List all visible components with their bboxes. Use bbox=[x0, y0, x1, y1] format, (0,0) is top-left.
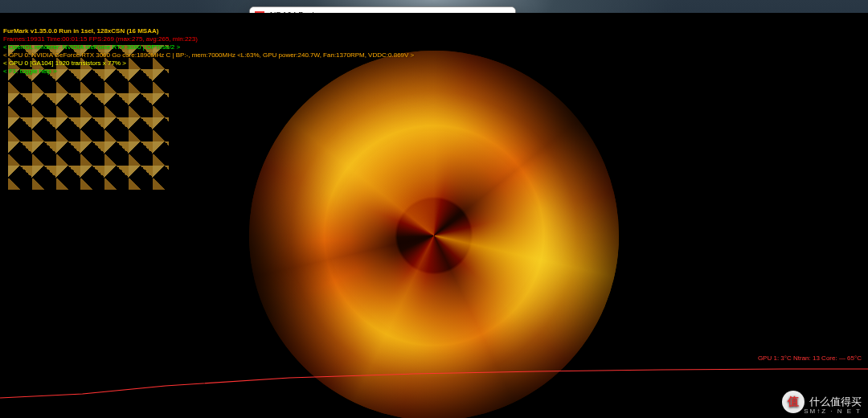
hud-help: < F1: toggle help > bbox=[3, 68, 865, 76]
furmark-window: Geeks3D FurMark v1.35.0.0 - 269FPS, GPU1… bbox=[0, 0, 341, 228]
furmark-hud: FurMark v1.35.0.0 Run in 1sel, 128xCSN (… bbox=[3, 27, 865, 76]
furmark-scene: FurMark v1.35.0.0 Run in 1sel, 128xCSN (… bbox=[0, 13, 868, 418]
watermark-badge: 值 bbox=[782, 391, 805, 413]
hud-gpu2: < GPU 0 [GA104] 1920 transistors x 77% > bbox=[3, 59, 865, 68]
hud-frames: Frames:19931 Time:00:01:15 FPS:269 (max:… bbox=[3, 35, 865, 43]
gpu-osd: GPU 1: 3°C Ntran: 13 Core: ― 65°C bbox=[758, 354, 862, 362]
watermark-sub: SM↑Z · N E T bbox=[804, 408, 862, 415]
hud-renderer: < OpenGL renderer: NVIDIA GeForce RTX 30… bbox=[3, 43, 865, 51]
hud-title: FurMark v1.35.0.0 Run in 1sel, 128xCSN (… bbox=[3, 27, 865, 35]
hud-gpu: < GPU 0: NVIDIA GeForce RTX 3060 Go core… bbox=[3, 51, 865, 59]
watermark: 值 什么值得买 SM↑Z · N E T bbox=[782, 391, 862, 413]
